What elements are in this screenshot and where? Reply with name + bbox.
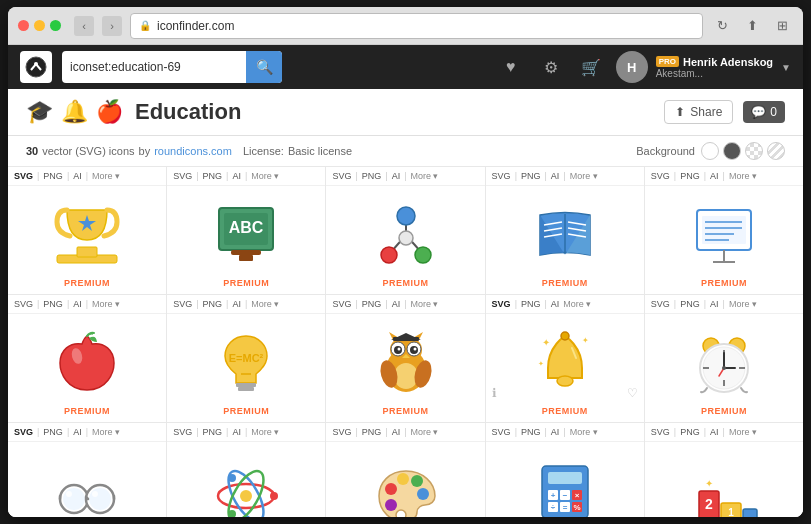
search-bar[interactable]: 🔍 — [62, 51, 282, 83]
svg-btn[interactable]: SVG — [492, 171, 511, 181]
svg-btn[interactable]: SVG — [173, 171, 192, 181]
bg-dark-option[interactable] — [723, 142, 741, 160]
icon-cell-apple[interactable]: SVG | PNG | AI | More ▾ — [8, 295, 167, 422]
icon-cell-glasses[interactable]: SVG | PNG | AI | More ▾ — [8, 423, 167, 517]
ai-btn[interactable]: AI — [551, 427, 560, 437]
more-btn[interactable]: More ▾ — [410, 171, 438, 181]
svg-btn[interactable]: SVG — [651, 171, 670, 181]
info-icon[interactable]: ℹ — [492, 386, 497, 400]
minimize-button[interactable] — [34, 20, 45, 31]
png-btn[interactable]: PNG — [680, 171, 700, 181]
ai-btn[interactable]: AI — [232, 171, 241, 181]
back-button[interactable]: ‹ — [74, 16, 94, 36]
png-btn[interactable]: PNG — [43, 171, 63, 181]
png-btn[interactable]: PNG — [521, 171, 541, 181]
more-btn[interactable]: More ▾ — [92, 171, 120, 181]
ai-btn[interactable]: AI — [392, 427, 401, 437]
more-btn[interactable]: More ▾ — [570, 171, 598, 181]
share-button[interactable]: ⬆ Share — [664, 100, 733, 124]
icon-cell-molecule[interactable]: SVG | PNG | AI | More ▾ — [326, 167, 485, 294]
ai-btn[interactable]: AI — [73, 427, 82, 437]
heart-icon[interactable]: ♥ — [496, 52, 526, 82]
add-tab-icon[interactable]: ⊞ — [771, 15, 793, 37]
svg-btn[interactable]: SVG — [14, 171, 33, 181]
more-btn[interactable]: More ▾ — [251, 171, 279, 181]
icon-cell-owl[interactable]: SVG | PNG | AI | More ▾ — [326, 295, 485, 422]
png-btn[interactable]: PNG — [362, 427, 382, 437]
icon-cell-alarm[interactable]: SVG | PNG | AI | More ▾ — [645, 295, 803, 422]
cart-icon[interactable]: 🛒 — [576, 52, 606, 82]
address-bar[interactable]: 🔒 iconfinder.com — [130, 13, 703, 39]
ai-btn[interactable]: AI — [551, 171, 560, 181]
png-btn[interactable]: PNG — [362, 299, 382, 309]
icon-cell-bulb[interactable]: SVG | PNG | AI | More ▾ — [167, 295, 326, 422]
svg-btn[interactable]: SVG — [651, 299, 670, 309]
icon-cell-bell[interactable]: SVG | PNG | AI More ▾ — [486, 295, 645, 422]
reload-icon[interactable]: ↻ — [711, 15, 733, 37]
svg-btn[interactable]: SVG — [332, 427, 351, 437]
bg-white-option[interactable] — [701, 142, 719, 160]
png-btn[interactable]: PNG — [680, 427, 700, 437]
png-btn[interactable]: PNG — [203, 171, 223, 181]
logo[interactable] — [20, 51, 52, 83]
svg-btn[interactable]: SVG — [173, 427, 192, 437]
icon-cell-palette[interactable]: SVG | PNG | AI | More ▾ — [326, 423, 485, 517]
icon-grid-area[interactable]: SVG | PNG | AI | More ▾ — [8, 167, 803, 517]
maximize-button[interactable] — [50, 20, 61, 31]
ai-btn[interactable]: AI — [710, 427, 719, 437]
more-btn[interactable]: More ▾ — [410, 427, 438, 437]
gear-icon[interactable]: ⚙ — [536, 52, 566, 82]
icon-cell-presentation[interactable]: SVG | PNG | AI | More ▾ — [645, 167, 803, 294]
svg-btn[interactable]: SVG — [332, 171, 351, 181]
ai-btn[interactable]: AI — [232, 427, 241, 437]
svg-btn[interactable]: SVG — [492, 427, 511, 437]
more-btn[interactable]: More ▾ — [729, 299, 757, 309]
more-btn[interactable]: More ▾ — [251, 299, 279, 309]
icon-cell-atom[interactable]: SVG | PNG | AI | More ▾ — [167, 423, 326, 517]
forward-button[interactable]: › — [102, 16, 122, 36]
png-btn[interactable]: PNG — [203, 299, 223, 309]
png-btn[interactable]: PNG — [203, 427, 223, 437]
share-icon[interactable]: ⬆ — [741, 15, 763, 37]
svg-btn[interactable]: SVG — [14, 427, 33, 437]
icon-cell-blocks[interactable]: SVG | PNG | AI | More ▾ 2 — [645, 423, 803, 517]
ai-btn[interactable]: AI — [392, 299, 401, 309]
user-badge[interactable]: H PRO Henrik Adenskog Akestam... ▼ — [616, 51, 791, 83]
more-btn[interactable]: More ▾ — [410, 299, 438, 309]
more-btn[interactable]: More ▾ — [563, 299, 591, 309]
more-btn[interactable]: More ▾ — [729, 171, 757, 181]
svg-btn[interactable]: SVG — [14, 299, 33, 309]
search-button[interactable]: 🔍 — [246, 51, 282, 83]
heart-small-icon[interactable]: ♡ — [627, 386, 638, 400]
svg-btn[interactable]: SVG — [173, 299, 192, 309]
bg-transparent-option[interactable] — [767, 142, 785, 160]
search-input[interactable] — [62, 60, 246, 74]
png-btn[interactable]: PNG — [680, 299, 700, 309]
png-btn[interactable]: PNG — [521, 299, 541, 309]
icon-cell-book[interactable]: SVG | PNG | AI | More ▾ — [486, 167, 645, 294]
icon-cell-chalkboard[interactable]: SVG | PNG | AI | More ▾ ABC — [167, 167, 326, 294]
png-btn[interactable]: PNG — [43, 299, 63, 309]
png-btn[interactable]: PNG — [43, 427, 63, 437]
ai-btn[interactable]: AI — [232, 299, 241, 309]
icon-cell-trophy[interactable]: SVG | PNG | AI | More ▾ — [8, 167, 167, 294]
svg-btn[interactable]: SVG — [492, 299, 511, 309]
comment-badge[interactable]: 💬 0 — [743, 101, 785, 123]
ai-btn[interactable]: AI — [710, 171, 719, 181]
png-btn[interactable]: PNG — [521, 427, 541, 437]
ai-btn[interactable]: AI — [710, 299, 719, 309]
ai-btn[interactable]: AI — [73, 171, 82, 181]
more-btn[interactable]: More ▾ — [251, 427, 279, 437]
ai-btn[interactable]: AI — [551, 299, 560, 309]
bg-checker-option[interactable] — [745, 142, 763, 160]
more-btn[interactable]: More ▾ — [92, 299, 120, 309]
more-btn[interactable]: More ▾ — [729, 427, 757, 437]
png-btn[interactable]: PNG — [362, 171, 382, 181]
svg-btn[interactable]: SVG — [651, 427, 670, 437]
icon-cell-calculator[interactable]: SVG | PNG | AI | More ▾ — [486, 423, 645, 517]
more-btn[interactable]: More ▾ — [570, 427, 598, 437]
close-button[interactable] — [18, 20, 29, 31]
ai-btn[interactable]: AI — [73, 299, 82, 309]
svg-btn[interactable]: SVG — [332, 299, 351, 309]
ai-btn[interactable]: AI — [392, 171, 401, 181]
